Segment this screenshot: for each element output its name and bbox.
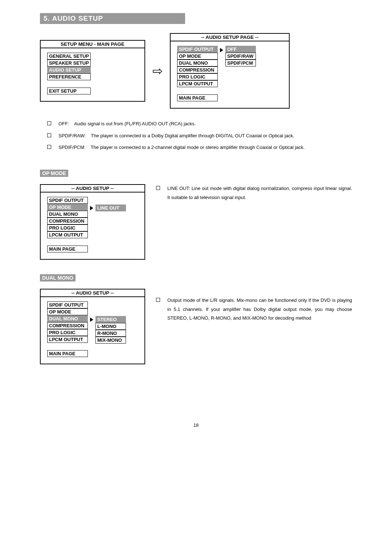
bullet-off-text: Audio signal is out from (FL/FR) AUDIO O… [74,121,196,126]
setup-to-audio-row: SETUP MENU - MAIN PAGE GENERAL SETUP SPE… [40,33,352,109]
dm-value-stereo[interactable]: STEREO [95,316,126,323]
checkbox-icon [47,145,51,149]
dualmono-heading: DUAL MONO [40,274,75,281]
value-off[interactable]: OFF [225,46,256,53]
opmode-box: -- AUDIO SETUP -- SPDIF OUTPUT OP MODE D… [40,184,145,260]
checkbox-icon [47,133,51,137]
opmode-value-lineout[interactable]: LINE OUT [95,204,126,211]
audio-item-opmode[interactable]: OP MODE [177,53,218,60]
op-item-opmode[interactable]: OP MODE [47,204,88,211]
bullet-off: OFF: Audio signal is out from (FL/FR) AU… [47,119,352,129]
triangle-right-icon [90,317,93,322]
dm-item-opmode[interactable]: OP MODE [47,308,88,315]
audio-item-lpcm[interactable]: LPCM OUTPUT [177,80,218,87]
dm-item-mainpage[interactable]: MAIN PAGE [47,350,88,357]
dm-item-compression[interactable]: COMPRESSION [47,322,88,329]
opmode-heading: OP MODE [40,170,68,177]
op-item-spdif[interactable]: SPDIF OUTPUT [47,197,88,204]
audio-item-dualmono[interactable]: DUAL MONO [177,60,218,66]
dm-value-lmono[interactable]: L-MONO [95,323,126,330]
arrow-right-icon: ⇨ [152,65,163,77]
pointer-column [220,46,223,101]
menu-item-speaker[interactable]: SPEAKER SETUP [47,60,91,66]
section-header: 5. AUDIO SETUP [40,13,185,24]
dm-item-prologic[interactable]: PRO LOGIC [47,329,88,336]
menu-item-general[interactable]: GENERAL SETUP [47,53,91,60]
checkbox-icon [47,121,51,125]
checkbox-icon [156,186,160,190]
dm-value-mixmono[interactable]: MIX-MONO [95,337,126,344]
dm-item-dualmono[interactable]: DUAL MONO [47,315,88,322]
spdif-bullet-list: OFF: Audio signal is out from (FL/FR) AU… [47,119,352,152]
menu-item-audio[interactable]: AUDIO SETUP [47,66,91,73]
audio-item-prologic[interactable]: PRO LOGIC [177,73,218,80]
op-item-dualmono[interactable]: DUAL MONO [47,211,88,218]
audio-item-spdif[interactable]: SPDIF OUTPUT [177,46,218,53]
dualmono-desc: Output mode of the L/R signals. Mix-mono… [167,296,352,323]
opmode-row: -- AUDIO SETUP -- SPDIF OUTPUT OP MODE D… [40,184,352,260]
opmode-box-title: -- AUDIO SETUP -- [41,185,144,193]
dualmono-box: -- AUDIO SETUP -- SPDIF OUTPUT OP MODE D… [40,289,145,364]
dm-value-rmono[interactable]: R-MONO [95,330,126,337]
setup-menu-box: SETUP MENU - MAIN PAGE GENERAL SETUP SPE… [40,40,145,102]
dualmono-row: -- AUDIO SETUP -- SPDIF OUTPUT OP MODE D… [40,289,352,364]
bullet-off-label: OFF: [58,121,69,126]
setup-menu-title: SETUP MENU - MAIN PAGE [41,41,144,48]
value-spdif-raw[interactable]: SPDIF/RAW [225,53,256,60]
bullet-pcm-label: SPDIF/PCM: [58,145,85,150]
op-item-lpcm[interactable]: LPCM OUTPUT [47,231,88,238]
page-number: 18 [40,422,352,428]
opmode-desc: LINE OUT: Line out mode with digital dia… [167,184,352,202]
pointer-column [90,316,93,357]
bullet-raw: SPDIF/RAW: The player is connected to a … [47,131,352,141]
triangle-right-icon [90,206,93,210]
checkbox-icon [156,298,160,302]
bullet-raw-label: SPDIF/RAW: [58,133,86,138]
menu-item-preference[interactable]: PREFERENCE [47,73,91,80]
menu-item-exit[interactable]: EXIT SETUP [47,88,91,94]
audio-page-title: -- AUDIO SETUP PAGE -- [171,34,289,41]
dualmono-box-title: -- AUDIO SETUP -- [41,289,144,297]
pointer-column [90,204,93,252]
op-item-prologic[interactable]: PRO LOGIC [47,224,88,231]
op-item-compression[interactable]: COMPRESSION [47,218,88,224]
dualmono-desc-row: Output mode of the L/R signals. Mix-mono… [156,296,352,323]
bullet-pcm-text: The player is connected to a 2-channel d… [91,145,305,150]
audio-item-mainpage[interactable]: MAIN PAGE [177,94,218,101]
dm-item-lpcm[interactable]: LPCM OUTPUT [47,336,88,343]
bullet-raw-text: The player is connected to a Dolby Digit… [91,133,294,138]
audio-item-compression[interactable]: COMPRESSION [177,66,218,73]
bullet-pcm: SPDIF/PCM: The player is connected to a … [47,143,352,152]
triangle-right-icon [220,48,223,52]
op-item-mainpage[interactable]: MAIN PAGE [47,246,88,252]
opmode-desc-row: LINE OUT: Line out mode with digital dia… [156,184,352,202]
value-spdif-pcm[interactable]: SPDIF/PCM [225,60,256,66]
audio-setup-page-box: -- AUDIO SETUP PAGE -- SPDIF OUTPUT OP M… [170,33,290,109]
dm-item-spdif[interactable]: SPDIF OUTPUT [47,301,88,308]
